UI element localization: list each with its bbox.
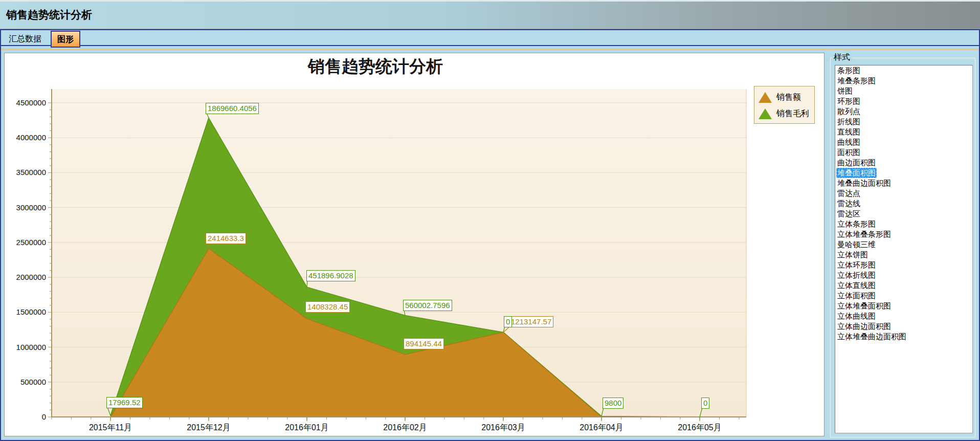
- chart-title: 销售趋势统计分析: [10, 55, 741, 78]
- style-option-label[interactable]: 雷达区: [836, 209, 861, 219]
- style-option[interactable]: 堆叠条形图: [835, 76, 972, 86]
- svg-text:2015年12月: 2015年12月: [187, 423, 230, 432]
- accent-divider: [1, 49, 979, 50]
- chart-panel: 0500000100000015000002000000250000030000…: [4, 53, 825, 436]
- trend-chart-canvas: 0500000100000015000002000000250000030000…: [5, 53, 824, 436]
- style-option[interactable]: 立体折线图: [835, 270, 972, 280]
- style-option[interactable]: 立体曲线图: [835, 311, 972, 321]
- style-option[interactable]: 曼哈顿三维: [835, 239, 972, 250]
- style-option[interactable]: 立体面积图: [835, 291, 972, 301]
- style-option-label[interactable]: 条形图: [836, 65, 861, 76]
- style-option-label[interactable]: 立体环形图: [836, 260, 877, 270]
- style-option-label[interactable]: 立体面积图: [836, 291, 877, 301]
- svg-text:2016年02月: 2016年02月: [383, 423, 427, 432]
- tab-chart[interactable]: 图形: [51, 31, 80, 48]
- data-label: 0: [701, 398, 709, 409]
- data-label: 894145.44: [404, 338, 444, 349]
- style-option-label[interactable]: 折线图: [836, 117, 861, 127]
- style-option-label[interactable]: 立体曲线图: [836, 311, 877, 321]
- data-label: 2414633.3: [206, 233, 246, 244]
- style-option[interactable]: 立体堆叠面积图: [835, 301, 972, 311]
- style-option[interactable]: 立体条形图: [835, 219, 972, 229]
- data-label: 1213147.57: [509, 316, 553, 327]
- style-option[interactable]: 曲边面积图: [835, 158, 972, 168]
- svg-text:2016年04月: 2016年04月: [580, 423, 623, 432]
- style-option[interactable]: 饼图: [835, 86, 972, 96]
- style-listbox[interactable]: 条形图堆叠条形图饼图环形图散列点折线图直线图曲线图面积图曲边面积图堆叠面积图堆叠…: [835, 65, 973, 433]
- legend-item-profit: 销售毛利: [759, 105, 809, 122]
- style-option[interactable]: 雷达点: [835, 188, 972, 199]
- tab-summary-data[interactable]: 汇总数据: [7, 33, 43, 46]
- style-option[interactable]: 环形图: [835, 96, 972, 106]
- style-option[interactable]: 立体堆叠条形图: [835, 229, 972, 239]
- svg-text:2015年11月: 2015年11月: [89, 423, 132, 432]
- svg-text:4000000: 4000000: [16, 133, 46, 142]
- style-option[interactable]: 面积图: [835, 147, 972, 158]
- data-label: 0: [504, 316, 512, 327]
- style-option-label[interactable]: 雷达点: [836, 188, 861, 199]
- window-titlebar: 销售趋势统计分析: [0, 0, 980, 29]
- svg-text:2016年03月: 2016年03月: [481, 423, 525, 432]
- style-option-label[interactable]: 立体条形图: [836, 219, 877, 229]
- style-option[interactable]: 立体直线图: [835, 280, 972, 291]
- style-option[interactable]: 雷达区: [835, 209, 972, 219]
- style-option-label[interactable]: 立体堆叠面积图: [836, 301, 892, 311]
- style-option-label[interactable]: 曲边面积图: [836, 158, 877, 168]
- style-option[interactable]: 立体饼图: [835, 250, 972, 260]
- style-option-label[interactable]: 立体饼图: [836, 250, 869, 260]
- legend-label: 销售毛利: [776, 108, 809, 119]
- svg-text:2000000: 2000000: [16, 273, 46, 281]
- svg-text:1500000: 1500000: [16, 307, 46, 316]
- svg-text:4500000: 4500000: [16, 98, 46, 107]
- style-option[interactable]: 立体环形图: [835, 260, 972, 270]
- style-option-label[interactable]: 曼哈顿三维: [836, 239, 877, 250]
- style-option-label[interactable]: 雷达线: [836, 199, 861, 209]
- window-title: 销售趋势统计分析: [6, 8, 92, 22]
- legend-label: 销售额: [776, 92, 801, 103]
- data-label: 451896.9028: [306, 270, 355, 281]
- svg-text:2500000: 2500000: [16, 238, 46, 247]
- sales-triangle-icon: [759, 92, 772, 103]
- style-option-label[interactable]: 面积图: [836, 147, 861, 158]
- style-option[interactable]: 雷达线: [835, 199, 972, 209]
- style-option-label[interactable]: 立体堆叠曲边面积图: [836, 332, 907, 342]
- legend-item-sales: 销售额: [759, 89, 809, 105]
- style-option-label[interactable]: 曲线图: [836, 137, 861, 147]
- style-option[interactable]: 散列点: [835, 106, 972, 117]
- svg-text:3000000: 3000000: [16, 203, 46, 212]
- svg-text:2016年01月: 2016年01月: [285, 423, 328, 432]
- style-option[interactable]: 条形图: [835, 65, 972, 76]
- style-option-label[interactable]: 散列点: [836, 106, 861, 117]
- style-option[interactable]: 堆叠曲边面积图: [835, 178, 972, 188]
- data-label: 1408328.45: [305, 301, 350, 313]
- style-option-label[interactable]: 立体曲边面积图: [836, 321, 892, 332]
- style-option-selected-label[interactable]: 堆叠面积图: [836, 168, 877, 178]
- svg-text:500000: 500000: [20, 378, 46, 386]
- style-option[interactable]: 曲线图: [835, 137, 972, 147]
- style-option-label[interactable]: 堆叠曲边面积图: [836, 178, 892, 188]
- svg-text:2016年05月: 2016年05月: [678, 423, 721, 432]
- tabstrip-divider: [1, 45, 979, 46]
- style-groupbox-title: 样式: [832, 52, 852, 63]
- style-option-label[interactable]: 立体堆叠条形图: [836, 229, 892, 239]
- style-option-label[interactable]: 直线图: [836, 127, 861, 137]
- style-option[interactable]: 折线图: [835, 117, 972, 127]
- svg-text:1000000: 1000000: [16, 343, 46, 351]
- chart-legend: 销售额 销售毛利: [754, 86, 815, 124]
- svg-text:0: 0: [42, 412, 46, 421]
- profit-triangle-icon: [759, 108, 772, 119]
- application-window: 销售趋势统计分析 汇总数据 图形 05000001000000150000020…: [0, 0, 980, 441]
- style-option-label[interactable]: 饼图: [836, 86, 854, 96]
- style-option-label[interactable]: 环形图: [836, 96, 861, 106]
- style-option[interactable]: 直线图: [835, 127, 972, 137]
- style-option-label[interactable]: 立体直线图: [836, 280, 877, 291]
- svg-text:3500000: 3500000: [16, 168, 46, 177]
- data-label: 1869660.4056: [206, 103, 259, 114]
- style-option[interactable]: 立体堆叠曲边面积图: [835, 332, 972, 342]
- style-option[interactable]: 堆叠面积图: [835, 168, 972, 178]
- data-label: 9800: [603, 398, 623, 409]
- data-label: 560002.7596: [403, 300, 452, 311]
- style-option[interactable]: 立体曲边面积图: [835, 321, 972, 332]
- style-option-label[interactable]: 立体折线图: [836, 270, 877, 280]
- style-option-label[interactable]: 堆叠条形图: [836, 76, 877, 86]
